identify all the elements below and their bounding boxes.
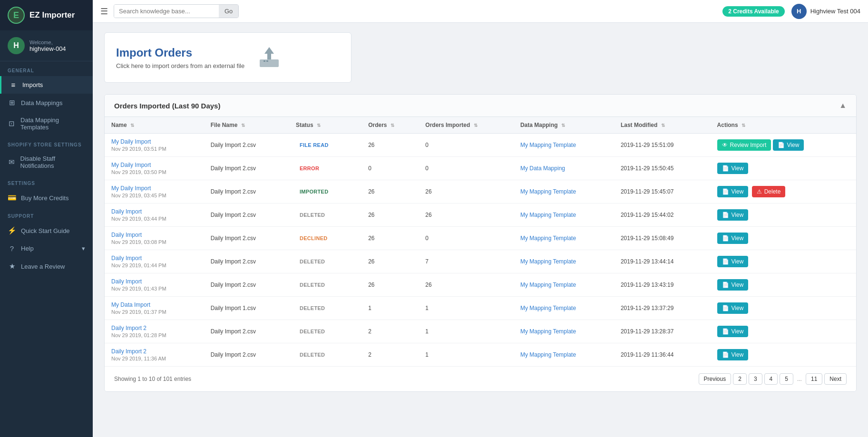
- row-file-name: Daily Import 2.csv: [204, 157, 289, 180]
- search-go-button[interactable]: Go: [219, 5, 238, 18]
- data-mapping-link[interactable]: My Mapping Template: [520, 235, 576, 242]
- row-orders: 2: [361, 320, 419, 343]
- main-content: Import Orders Click here to import order…: [93, 23, 868, 437]
- row-file-name: Daily Import 2.csv: [204, 180, 289, 204]
- row-name-link[interactable]: My Daily Import: [111, 162, 197, 168]
- row-orders: 26: [361, 227, 419, 250]
- data-mapping-link[interactable]: My Mapping Template: [520, 328, 576, 335]
- col-orders: Orders ⇅: [361, 117, 419, 134]
- page-4-button[interactable]: 4: [764, 373, 778, 385]
- import-orders-card[interactable]: Import Orders Click here to import order…: [104, 32, 351, 83]
- prev-page-button[interactable]: Previous: [699, 373, 731, 385]
- section-settings-label: SETTINGS: [0, 174, 93, 189]
- search-input[interactable]: [114, 5, 219, 18]
- row-actions: 📄 View: [711, 157, 856, 180]
- sidebar-item-buy-credits[interactable]: 💳 Buy More Credits: [0, 189, 93, 207]
- row-actions: 📄 View: [711, 320, 856, 343]
- file-icon: 📄: [778, 142, 785, 148]
- sidebar-item-leave-review[interactable]: ★ Leave a Review: [0, 257, 93, 275]
- table-row: Daily ImportNov 29 2019, 01:43 PMDaily I…: [105, 273, 856, 297]
- row-status: DELETED: [289, 273, 361, 297]
- sidebar-item-disable-staff[interactable]: ✉ Disable Staff Notifications: [0, 150, 93, 174]
- page-5-button[interactable]: 5: [780, 373, 793, 385]
- row-data-mapping: My Mapping Template: [514, 227, 614, 250]
- view-button[interactable]: 📄 View: [717, 163, 749, 174]
- col-orders-imported: Orders Imported ⇅: [419, 117, 514, 134]
- row-orders-imported: 0: [419, 134, 514, 157]
- status-badge: DELETED: [296, 211, 329, 219]
- page-3-button[interactable]: 3: [749, 373, 762, 385]
- row-date: Nov 29 2019, 01:37 PM: [111, 309, 197, 315]
- credits-badge[interactable]: 2 Credits Available: [722, 6, 785, 17]
- row-date: Nov 29 2019, 11:36 AM: [111, 356, 197, 361]
- page-2-button[interactable]: 2: [733, 373, 747, 385]
- view-button[interactable]: 📄 View: [717, 256, 749, 267]
- table-row: My Daily ImportNov 29 2019, 03:51 PMDail…: [105, 134, 856, 157]
- delete-button[interactable]: ⚠ Delete: [752, 186, 786, 197]
- view-button[interactable]: 📄 View: [717, 186, 749, 197]
- profile-avatar: H: [791, 4, 807, 19]
- page-11-button[interactable]: 11: [806, 373, 822, 385]
- file-icon: 📄: [722, 351, 729, 358]
- review-import-button[interactable]: 👁 Review Import: [717, 139, 771, 151]
- row-last-modified: 2019-11-29 13:44:14: [614, 250, 711, 273]
- view-button[interactable]: 📄 View: [717, 233, 749, 244]
- view-button[interactable]: 📄 View: [773, 139, 804, 151]
- row-name-link[interactable]: Daily Import: [111, 208, 197, 215]
- row-data-mapping: My Mapping Template: [514, 343, 614, 367]
- view-button[interactable]: 📄 View: [717, 279, 749, 291]
- data-mapping-link[interactable]: My Mapping Template: [520, 188, 576, 195]
- row-file-name: Daily Import 2.csv: [204, 227, 289, 250]
- next-page-button[interactable]: Next: [824, 373, 847, 385]
- view-button[interactable]: 📄 View: [717, 349, 749, 360]
- sidebar-item-data-mappings[interactable]: ⊞ Data Mappings: [0, 94, 93, 112]
- row-name-link[interactable]: Daily Import 2: [111, 325, 197, 331]
- data-mapping-templates-icon: ⊡: [8, 119, 16, 128]
- data-mapping-link[interactable]: My Mapping Template: [520, 258, 576, 265]
- view-button[interactable]: 📄 View: [717, 326, 749, 337]
- row-actions: 📄 View ⚠ Delete: [711, 180, 856, 204]
- row-file-name: Daily Import 2.csv: [204, 320, 289, 343]
- row-last-modified: 2019-11-29 13:37:29: [614, 297, 711, 320]
- page-ellipsis: ...: [795, 376, 804, 382]
- svg-rect-0: [260, 59, 279, 67]
- user-profile[interactable]: H Highview Test 004: [791, 4, 860, 19]
- row-name-link[interactable]: My Daily Import: [111, 138, 197, 145]
- entries-text: Showing 1 to 10 of 101 entries: [114, 376, 191, 382]
- col-last-modified: Last Modified ⇅: [614, 117, 711, 134]
- data-mapping-link[interactable]: My Mapping Template: [520, 212, 576, 218]
- status-badge: DELETED: [296, 351, 329, 359]
- row-name-link[interactable]: Daily Import: [111, 255, 197, 262]
- view-button[interactable]: 📄 View: [717, 209, 749, 221]
- row-last-modified: 2019-11-29 15:08:49: [614, 227, 711, 250]
- col-file-name: File Name ⇅: [204, 117, 289, 134]
- row-name-link[interactable]: My Data Import: [111, 301, 197, 308]
- row-file-name: Daily Import 2.csv: [204, 204, 289, 227]
- data-mapping-link[interactable]: My Mapping Template: [520, 351, 576, 358]
- app-logo-icon: E: [8, 7, 25, 24]
- data-mapping-link[interactable]: My Mapping Template: [520, 305, 576, 311]
- data-mapping-link[interactable]: My Data Mapping: [520, 165, 565, 172]
- view-button[interactable]: 📄 View: [717, 302, 749, 314]
- collapse-table-button[interactable]: ▲: [839, 101, 847, 110]
- row-actions: 📄 View: [711, 250, 856, 273]
- app-name: EZ Importer: [29, 10, 75, 20]
- menu-icon[interactable]: ☰: [100, 6, 108, 17]
- row-name-link[interactable]: Daily Import: [111, 232, 197, 238]
- sidebar-item-quick-start[interactable]: ⚡ Quick Start Guide: [0, 222, 93, 240]
- sidebar-item-data-mapping-templates[interactable]: ⊡ Data Mapping Templates: [0, 112, 93, 136]
- row-name-link[interactable]: My Daily Import: [111, 185, 197, 192]
- data-mapping-link[interactable]: My Mapping Template: [520, 142, 576, 148]
- table-row: My Daily ImportNov 29 2019, 03:45 PMDail…: [105, 180, 856, 204]
- help-chevron-down-icon: ▾: [82, 245, 85, 252]
- quick-start-icon: ⚡: [8, 226, 16, 235]
- file-icon: 📄: [722, 212, 729, 218]
- sidebar-item-imports[interactable]: ≡ Imports: [0, 76, 93, 94]
- sidebar: E EZ Importer H Welcome, highview-004 GE…: [0, 0, 93, 437]
- row-name-link[interactable]: Daily Import: [111, 278, 197, 285]
- row-name-link[interactable]: Daily Import 2: [111, 348, 197, 355]
- data-mapping-link[interactable]: My Mapping Template: [520, 282, 576, 288]
- sidebar-item-help[interactable]: ? Help ▾: [0, 240, 93, 257]
- row-status: DELETED: [289, 343, 361, 367]
- row-orders-imported: 0: [419, 227, 514, 250]
